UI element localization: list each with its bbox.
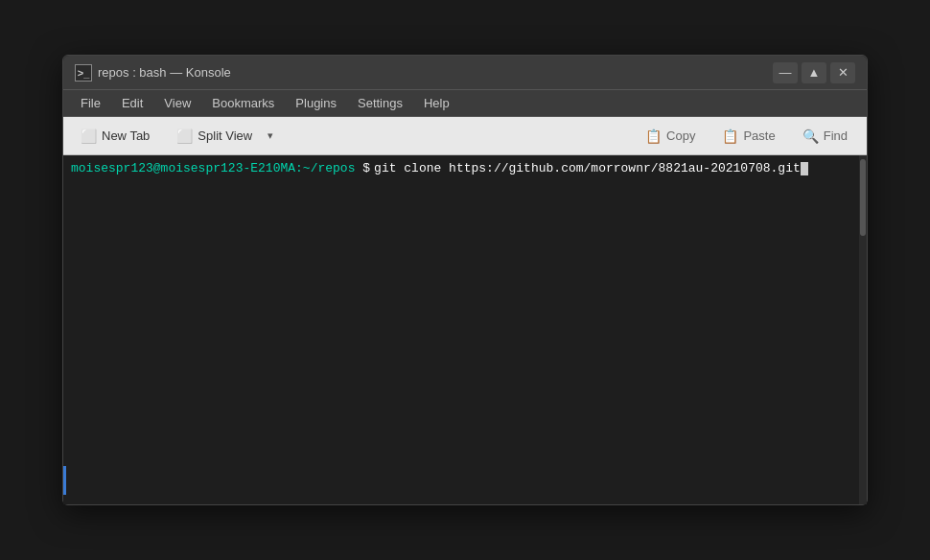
- maximize-button[interactable]: ▲: [802, 62, 826, 83]
- terminal-cursor: [801, 162, 808, 175]
- paste-label: Paste: [743, 128, 775, 143]
- split-view-group: ⬜ Split View ▾: [167, 125, 277, 148]
- terminal-icon: >_: [75, 64, 92, 82]
- terminal-scrollbar[interactable]: [859, 155, 867, 504]
- prompt-path: :: [295, 161, 303, 175]
- new-tab-button[interactable]: ⬜ New Tab: [71, 125, 159, 148]
- toolbar: ⬜ New Tab ⬜ Split View ▾ 📋 Copy 📋 Paste …: [63, 117, 867, 155]
- split-view-label: Split View: [198, 128, 252, 143]
- find-label: Find: [824, 128, 848, 143]
- new-tab-label: New Tab: [102, 128, 150, 143]
- title-bar-controls: — ▲ ✕: [773, 62, 855, 83]
- copy-icon: 📋: [645, 128, 662, 144]
- split-view-dropdown[interactable]: ▾: [264, 126, 277, 146]
- new-tab-icon: ⬜: [81, 128, 97, 144]
- menu-plugins[interactable]: Plugins: [286, 94, 346, 112]
- menu-help[interactable]: Help: [414, 94, 459, 112]
- menu-settings[interactable]: Settings: [348, 94, 412, 112]
- menu-view[interactable]: View: [154, 94, 200, 112]
- menu-file[interactable]: File: [71, 94, 110, 112]
- title-bar: >_ repos : bash — Konsole — ▲ ✕: [63, 56, 867, 90]
- window-title: repos : bash — Konsole: [98, 65, 231, 80]
- find-button[interactable]: 🔍 Find: [791, 125, 859, 148]
- minimize-button[interactable]: —: [773, 62, 798, 83]
- menu-bar: File Edit View Bookmarks Plugins Setting…: [63, 90, 867, 117]
- toolbar-right: 📋 Copy 📋 Paste 🔍 Find: [634, 125, 859, 148]
- copy-label: Copy: [666, 128, 695, 143]
- close-button[interactable]: ✕: [830, 62, 855, 83]
- menu-edit[interactable]: Edit: [112, 94, 152, 112]
- paste-button[interactable]: 📋 Paste: [710, 125, 786, 148]
- find-icon: 🔍: [802, 128, 819, 144]
- terminal-command: git clone https://github.com/morrownr/88…: [374, 161, 801, 175]
- terminal-blue-indicator: [63, 466, 66, 495]
- paste-icon: 📋: [722, 128, 738, 144]
- terminal-body[interactable]: moisespr123@moisespr123-E210MA : ~/repos…: [63, 155, 867, 504]
- copy-button[interactable]: 📋 Copy: [634, 125, 707, 148]
- split-view-icon: ⬜: [176, 128, 193, 144]
- prompt-dollar: $: [355, 161, 370, 175]
- prompt-user: moisespr123@moisespr123-E210MA: [71, 161, 295, 175]
- prompt-line: moisespr123@moisespr123-E210MA : ~/repos…: [71, 161, 859, 175]
- menu-bookmarks[interactable]: Bookmarks: [202, 94, 284, 112]
- scrollbar-thumb[interactable]: [860, 159, 866, 236]
- split-view-button[interactable]: ⬜ Split View: [167, 125, 262, 148]
- title-bar-left: >_ repos : bash — Konsole: [75, 64, 231, 82]
- konsole-window: >_ repos : bash — Konsole — ▲ ✕ File Edi…: [62, 55, 868, 505]
- prompt-dir: ~/repos: [303, 161, 356, 175]
